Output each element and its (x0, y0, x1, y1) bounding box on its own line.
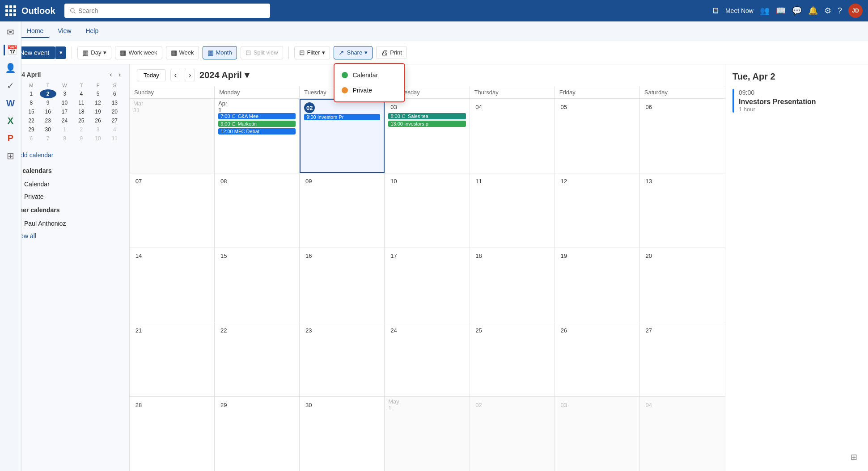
meet-now-button[interactable]: Meet Now (725, 7, 754, 14)
word-icon[interactable]: W (6, 98, 15, 109)
tab-home[interactable]: Home (21, 25, 50, 38)
calendar-cell[interactable]: 10 (385, 173, 470, 248)
feedback-icon[interactable]: 💬 (792, 6, 802, 16)
mini-cal-day[interactable]: 9 (40, 98, 56, 107)
calendar-cell[interactable]: Apr 1 7:00 🗒 C&A Mee 9:00 🗒 Marketin 12:… (215, 99, 300, 173)
calendar-icon[interactable]: 📅 (4, 45, 18, 55)
apps-icon[interactable]: ⊞ (7, 151, 14, 161)
calendar-cell[interactable]: 15 (215, 248, 300, 322)
calendar-cell[interactable]: 25 (470, 322, 555, 396)
mini-cal-day[interactable]: 22 (23, 116, 39, 125)
mini-cal-day[interactable]: 25 (73, 116, 89, 125)
calendar-cell[interactable]: 18 (470, 248, 555, 322)
mini-cal-day[interactable]: 26 (89, 116, 106, 125)
search-input[interactable] (78, 7, 265, 14)
calendar-cell[interactable]: 21 (130, 322, 215, 396)
settings-icon[interactable]: ⚙ (824, 6, 831, 16)
calendar-cell[interactable]: 11 (470, 173, 555, 248)
expand-icon[interactable]: ⊞ (851, 453, 857, 462)
calendar-cell[interactable]: 16 (300, 248, 385, 322)
calendar-cell[interactable]: 05 (555, 99, 640, 173)
month-view-button[interactable]: ▦ Month (203, 46, 237, 59)
mini-cal-day[interactable]: 11 (73, 98, 89, 107)
calendar-cell[interactable]: 29 (215, 397, 300, 471)
mini-cal-day[interactable]: 7 (40, 134, 56, 143)
calendar-next-button[interactable]: › (185, 69, 195, 81)
dictionary-icon[interactable]: 📖 (776, 6, 786, 16)
calendar-cell[interactable]: 14 (130, 248, 215, 322)
calendar-prev-button[interactable]: ‹ (170, 69, 181, 81)
right-panel-event[interactable]: 09:00 Investors Presentation 1 hour (733, 89, 861, 113)
mini-cal-day[interactable]: 18 (73, 107, 89, 116)
mini-cal-day[interactable]: 6 (23, 134, 39, 143)
tab-help[interactable]: Help (79, 25, 105, 38)
mini-cal-day[interactable]: 29 (23, 125, 39, 134)
calendar-cell[interactable]: Mar 31 (130, 99, 215, 173)
calendar-cell[interactable]: 17 (385, 248, 470, 322)
mini-cal-day[interactable]: 10 (56, 98, 73, 107)
calendar-cell[interactable]: 26 (555, 322, 640, 396)
mini-cal-day[interactable]: 4 (73, 89, 89, 98)
mini-cal-day[interactable]: 30 (40, 125, 56, 134)
event-item[interactable]: 9:00 🗒 Marketin (218, 121, 296, 127)
mini-cal-day[interactable]: 19 (89, 107, 106, 116)
calendar-cell[interactable]: 04 (640, 397, 725, 471)
calendar-cell[interactable]: 13 (640, 173, 725, 248)
tab-view[interactable]: View (51, 25, 77, 38)
event-item[interactable]: 7:00 🗒 C&A Mee (218, 113, 296, 119)
mini-cal-day[interactable]: 5 (89, 89, 106, 98)
mini-cal-day[interactable]: 1 (23, 89, 39, 98)
calendar-cell[interactable]: 08 (215, 173, 300, 248)
checkmark-icon[interactable]: ✓ (7, 80, 14, 91)
mini-cal-day[interactable]: 3 (89, 125, 106, 134)
powerpoint-icon[interactable]: P (8, 133, 13, 143)
mini-cal-day[interactable]: 13 (106, 98, 123, 107)
work-week-view-button[interactable]: ▦ Work week (115, 46, 162, 59)
calendar-cell[interactable]: 09 (300, 173, 385, 248)
screen-icon[interactable]: 🖥 (711, 6, 719, 16)
event-item[interactable]: 13:00 Investors p (388, 121, 466, 127)
split-view-button[interactable]: ⊟ Split view (241, 46, 283, 59)
calendar-cell[interactable]: 04 (470, 99, 555, 173)
calendar-cell[interactable]: 19 (555, 248, 640, 322)
calendar-cell-today[interactable]: 02 9:00 Investors Pr (300, 99, 385, 173)
calendar-cell[interactable]: 22 (215, 322, 300, 396)
calendar-cell[interactable]: 30 (300, 397, 385, 471)
mini-cal-day[interactable]: 8 (56, 134, 73, 143)
mini-cal-day[interactable]: 15 (23, 107, 39, 116)
share-button[interactable]: ↗ Share ▾ (334, 46, 373, 59)
calendar-cell[interactable]: May 1 (385, 397, 470, 471)
mini-cal-day[interactable]: 12 (89, 98, 106, 107)
today-button[interactable]: Today (137, 69, 166, 81)
event-item[interactable]: 12:00 MFC Debat (218, 128, 296, 135)
mini-calendar-next-button[interactable]: › (116, 70, 123, 80)
calendar-cell[interactable]: 06 (640, 99, 725, 173)
mini-cal-day[interactable]: 1 (56, 125, 73, 134)
bell-icon[interactable]: 🔔 (808, 6, 818, 16)
mini-cal-day[interactable]: 8 (23, 98, 39, 107)
mini-cal-day[interactable]: 11 (106, 134, 123, 143)
calendar-cell[interactable]: 03 (555, 397, 640, 471)
mini-cal-day[interactable]: 17 (56, 107, 73, 116)
event-item[interactable]: 8:00 🗒 Sales tea (388, 113, 466, 119)
calendar-cell[interactable]: 02 (470, 397, 555, 471)
mini-calendar-prev-button[interactable]: ‹ (107, 70, 114, 80)
filter-button[interactable]: ⊟ Filter ▾ (294, 46, 330, 59)
app-launcher-icon[interactable] (5, 5, 16, 16)
calendar-cell[interactable]: 28 (130, 397, 215, 471)
calendar-cell[interactable]: 07 (130, 173, 215, 248)
mini-cal-day[interactable]: 16 (40, 107, 56, 116)
mini-cal-day[interactable]: 9 (73, 134, 89, 143)
mini-cal-day[interactable]: 27 (106, 116, 123, 125)
calendar-cell[interactable]: 27 (640, 322, 725, 396)
people-icon[interactable]: 👤 (5, 63, 16, 73)
mini-cal-day[interactable]: 10 (89, 134, 106, 143)
new-event-dropdown-button[interactable]: ▾ (55, 46, 66, 59)
mini-cal-day[interactable]: 6 (106, 89, 123, 98)
mini-cal-day[interactable]: 24 (56, 116, 73, 125)
calendar-cell[interactable]: 23 (300, 322, 385, 396)
teams-icon[interactable]: 👥 (760, 6, 770, 16)
mini-cal-day[interactable]: 3 (56, 89, 73, 98)
help-icon[interactable]: ? (838, 6, 842, 16)
calendar-cell[interactable]: 12 (555, 173, 640, 248)
